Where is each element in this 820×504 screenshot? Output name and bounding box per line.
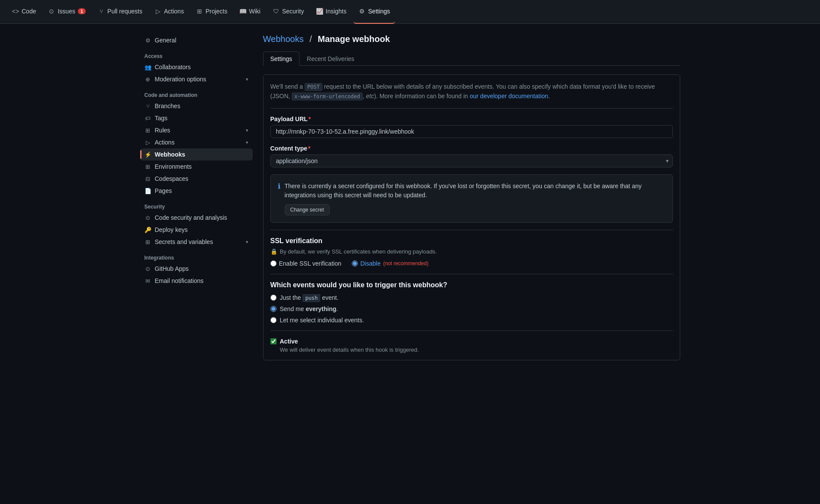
- webhooks-icon: ⚡: [145, 151, 151, 158]
- nav-pull-requests[interactable]: ⑂ Pull requests: [93, 0, 148, 24]
- moderation-icon: ⊕: [145, 76, 151, 83]
- general-icon: ⚙: [145, 37, 151, 44]
- sidebar-section-integrations: Integrations: [140, 248, 253, 263]
- page-layout: ⚙ General Access 👥 Collaborators ⊕ Moder…: [133, 24, 687, 371]
- sidebar-item-code-security[interactable]: ⊙ Code security and analysis: [140, 212, 253, 224]
- environments-icon: ⊞: [145, 163, 151, 170]
- sidebar-item-actions[interactable]: ▷ Actions ▾: [140, 136, 253, 148]
- tags-icon: 🏷: [145, 115, 151, 122]
- nav-issues[interactable]: ⊙ Issues 1: [43, 0, 91, 24]
- secret-info-box: ℹ There is currently a secret configured…: [270, 174, 673, 223]
- ssl-enable-radio[interactable]: [270, 260, 277, 266]
- active-checkbox[interactable]: [270, 338, 277, 344]
- divider-4: [270, 331, 673, 331]
- nav-projects[interactable]: ⊞ Projects: [191, 0, 233, 24]
- sidebar-item-codespaces[interactable]: ⊟ Codespaces: [140, 173, 253, 185]
- code-security-icon: ⊙: [145, 214, 151, 221]
- sidebar-item-deploy-keys[interactable]: 🔑 Deploy keys: [140, 224, 253, 236]
- sidebar-section-access: Access: [140, 46, 253, 61]
- codespaces-icon: ⊟: [145, 175, 151, 182]
- content-type-select-wrapper: application/json application/x-www-form-…: [270, 154, 673, 167]
- ssl-description: 🔒 By default, we verify SSL certificates…: [270, 248, 673, 255]
- tab-recent-deliveries[interactable]: Recent Deliveries: [299, 51, 362, 66]
- sidebar-section-code: Code and automation: [140, 85, 253, 100]
- event-individual[interactable]: Let me select individual events.: [270, 317, 673, 324]
- sidebar-item-github-apps[interactable]: ⊙ GitHub Apps: [140, 263, 253, 275]
- lock-icon: 🔒: [270, 248, 277, 255]
- developer-docs-link[interactable]: our developer documentation: [469, 93, 548, 100]
- branches-icon: ⑂: [145, 103, 151, 109]
- sidebar-item-general[interactable]: ⚙ General: [140, 34, 253, 46]
- sidebar-item-branches[interactable]: ⑂ Branches: [140, 100, 253, 112]
- ssl-enable-option[interactable]: Enable SSL verification: [270, 260, 341, 267]
- moderation-chevron-icon: ▾: [246, 77, 248, 82]
- events-section: Which events would you like to trigger t…: [270, 281, 673, 324]
- issues-icon: ⊙: [48, 8, 55, 15]
- event-just-push[interactable]: Just the push event.: [270, 294, 673, 301]
- secrets-icon: ⊞: [145, 238, 151, 245]
- github-apps-icon: ⊙: [145, 265, 151, 272]
- event-everything[interactable]: Send me everything.: [270, 305, 673, 312]
- email-icon: ✉: [145, 277, 151, 284]
- issues-badge: 1: [78, 8, 86, 14]
- ssl-disable-option[interactable]: Disable (not recommended): [352, 260, 428, 267]
- collaborators-icon: 👥: [145, 64, 151, 71]
- tab-settings[interactable]: Settings: [263, 51, 300, 66]
- sidebar-item-environments[interactable]: ⊞ Environments: [140, 161, 253, 173]
- ssl-radio-group: Enable SSL verification Disable (not rec…: [270, 260, 673, 267]
- breadcrumb-current: Manage webhook: [318, 34, 390, 44]
- breadcrumb-separator: /: [309, 34, 312, 44]
- event-everything-radio[interactable]: [270, 306, 277, 312]
- info-circle-icon: ℹ: [278, 182, 280, 215]
- payload-url-label: Payload URL*: [270, 116, 673, 122]
- sidebar-item-tags[interactable]: 🏷 Tags: [140, 112, 253, 124]
- settings-icon: ⚙: [359, 8, 366, 15]
- change-secret-button[interactable]: Change secret: [285, 204, 330, 215]
- sidebar-item-rules[interactable]: ⊞ Rules ▾: [140, 124, 253, 136]
- sidebar-item-collaborators[interactable]: 👥 Collaborators: [140, 61, 253, 73]
- divider-1: [270, 108, 673, 109]
- nav-wiki[interactable]: 📖 Wiki: [235, 0, 266, 24]
- nav-security[interactable]: 🛡 Security: [267, 0, 309, 24]
- nav-insights[interactable]: 📈 Insights: [311, 0, 352, 24]
- rules-chevron-icon: ▾: [246, 128, 248, 133]
- breadcrumb: Webhooks / Manage webhook: [263, 34, 680, 44]
- nav-settings[interactable]: ⚙ Settings: [354, 0, 396, 24]
- deploy-keys-icon: 🔑: [145, 226, 151, 233]
- divider-3: [270, 274, 673, 274]
- ssl-disable-radio[interactable]: [352, 260, 358, 266]
- sidebar-item-secrets[interactable]: ⊞ Secrets and variables ▾: [140, 236, 253, 248]
- active-checkbox-label[interactable]: Active: [270, 338, 673, 345]
- main-content: Webhooks / Manage webhook Settings Recen…: [263, 34, 680, 360]
- sidebar-item-pages[interactable]: 📄 Pages: [140, 185, 253, 197]
- sidebar-item-webhooks[interactable]: ⚡ Webhooks: [140, 148, 253, 161]
- code-icon: <>: [12, 8, 19, 15]
- divider-2: [270, 230, 673, 230]
- sidebar-item-email-notifications[interactable]: ✉ Email notifications: [140, 275, 253, 287]
- events-title: Which events would you like to trigger t…: [270, 281, 673, 289]
- security-icon: 🛡: [273, 8, 280, 15]
- active-description: We will deliver event details when this …: [270, 347, 673, 353]
- breadcrumb-parent[interactable]: Webhooks: [263, 34, 304, 44]
- secret-info-text: There is currently a secret configured f…: [285, 182, 666, 200]
- nav-code[interactable]: <> Code: [7, 0, 41, 24]
- actions-chevron-icon: ▾: [246, 140, 248, 145]
- webhook-settings-form: We'll send a POST request to the URL bel…: [263, 74, 680, 360]
- content-type-select[interactable]: application/json application/x-www-form-…: [270, 154, 673, 167]
- top-navigation: <> Code ⊙ Issues 1 ⑂ Pull requests ▷ Act…: [0, 0, 820, 24]
- intro-text: We'll send a POST request to the URL bel…: [270, 82, 673, 101]
- sidebar-item-moderation[interactable]: ⊕ Moderation options ▾: [140, 73, 253, 85]
- ssl-section-title: SSL verification: [270, 237, 673, 245]
- actions-icon: ▷: [154, 8, 161, 15]
- active-section: Active We will deliver event details whe…: [270, 338, 673, 353]
- event-push-radio[interactable]: [270, 295, 277, 301]
- rules-icon: ⊞: [145, 127, 151, 134]
- event-individual-radio[interactable]: [270, 317, 277, 323]
- projects-icon: ⊞: [196, 8, 203, 15]
- tabs: Settings Recent Deliveries: [263, 51, 680, 66]
- sidebar-section-security: Security: [140, 197, 253, 212]
- secrets-chevron-icon: ▾: [246, 239, 248, 245]
- payload-url-input[interactable]: [270, 125, 673, 138]
- pull-requests-icon: ⑂: [98, 8, 105, 15]
- nav-actions[interactable]: ▷ Actions: [149, 0, 189, 24]
